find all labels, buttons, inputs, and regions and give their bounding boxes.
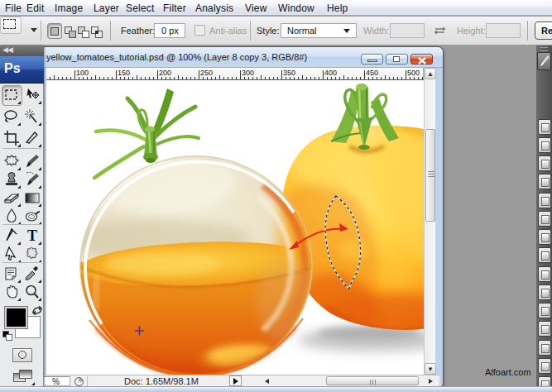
svg-text:T: T	[27, 227, 37, 244]
